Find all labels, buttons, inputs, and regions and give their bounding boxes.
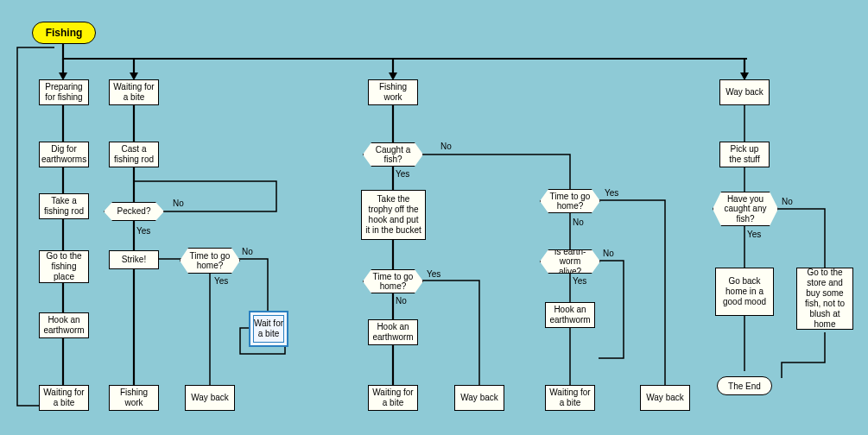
end-node: The End [717, 376, 772, 395]
col4-fishwork: Fishing work [368, 79, 418, 105]
label-yes: Yes [573, 276, 586, 286]
label-yes: Yes [136, 226, 150, 236]
col3-time: Time to go home? [180, 248, 240, 274]
col6-worm: Is earth- worm alive? [540, 249, 600, 274]
start-node: Fishing [32, 22, 96, 44]
col1-goto: Go to the fishing place [39, 250, 89, 283]
label-yes: Yes [605, 188, 618, 198]
col4-time: Time to go home? [363, 269, 423, 293]
col1-preparing: Preparing for fishing [39, 79, 89, 105]
col9-store: Go to the store and buy some fish, not t… [796, 268, 853, 330]
col4-wait: Waiting for a bite [368, 385, 418, 411]
col8-pickup: Pick up the stuff [719, 142, 770, 167]
col1-wait: Waiting for a bite [39, 385, 89, 411]
col8-goodmood: Go back home in a good mood [715, 268, 774, 316]
col8-wayback: Way back [719, 79, 770, 105]
col2-strike: Strike! [109, 250, 159, 269]
col4-hook: Hook an earthworm [368, 319, 418, 345]
col2-cast: Cast a fishing rod [109, 142, 159, 167]
label-no: No [782, 197, 793, 206]
col6-time: Time to go home? [540, 189, 600, 213]
label-yes: Yes [396, 169, 409, 179]
col6-hook: Hook an earthworm [545, 302, 595, 328]
label-no: No [603, 249, 614, 258]
col1-dig: Dig for earthworms [39, 142, 89, 167]
col5-wayback: Way back [454, 385, 504, 411]
col4-trophy: Take the trophy off the hook and put it … [361, 190, 426, 240]
label-yes: Yes [427, 269, 440, 279]
flowchart-canvas: Fishing Preparing for fishing Dig for ea… [0, 0, 868, 435]
label-yes: Yes [747, 230, 761, 239]
col3-wayback: Way back [185, 385, 235, 411]
label-no: No [173, 199, 184, 208]
col3-waitcall: Wait for a bite [249, 311, 288, 347]
col1-hook: Hook an earthworm [39, 312, 89, 338]
col6-wait: Waiting for a bite [545, 385, 595, 411]
label-no: No [440, 142, 452, 151]
col2-fishwork: Fishing work [109, 385, 159, 411]
label-no: No [242, 247, 253, 256]
col7-wayback: Way back [640, 385, 690, 411]
label-yes: Yes [214, 276, 228, 286]
col2-pecked: Pecked? [104, 202, 164, 221]
label-no: No [573, 218, 584, 227]
label-no: No [396, 296, 407, 306]
col4-caught: Caught a fish? [363, 142, 423, 167]
col1-rod: Take a fishing rod [39, 193, 89, 219]
col2-waiting: Waiting for a bite [109, 79, 159, 105]
col8-caughtany: Have you caught any fish? [713, 192, 778, 226]
